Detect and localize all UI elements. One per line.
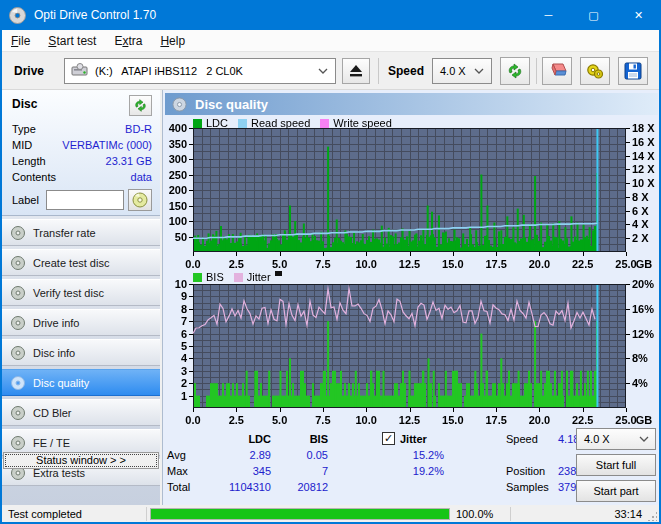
avg-jitter-value: 15.2% bbox=[363, 449, 444, 461]
sidebar-item-verify-test-disc[interactable]: Verify test disc bbox=[2, 279, 160, 306]
max-jitter-value: 19.2% bbox=[363, 465, 444, 477]
sidebar: Disc TypeBD-R MIDVERBATIMc (000) Length2… bbox=[2, 90, 160, 505]
chart1-legend: LDC Read speed Write speed bbox=[193, 117, 402, 129]
start-part-button[interactable]: Start part bbox=[576, 480, 656, 502]
avg-bis-value: 0.05 bbox=[273, 449, 328, 461]
disc-length-row: Length23.31 GB bbox=[12, 155, 152, 167]
test-speed-select[interactable]: 4.0 X bbox=[576, 428, 656, 450]
refresh-icon bbox=[506, 62, 524, 80]
close-button[interactable]: ✕ bbox=[616, 0, 661, 30]
progress-fill bbox=[151, 509, 449, 519]
label-row: Label bbox=[12, 189, 154, 211]
sidebar-item-label: Disc info bbox=[33, 347, 75, 359]
menu-extra[interactable]: Extra bbox=[105, 32, 151, 50]
disc-mid-row: MIDVERBATIMc (000) bbox=[12, 139, 152, 151]
chevron-down-icon bbox=[639, 436, 649, 442]
minimize-button[interactable]: ─ bbox=[526, 0, 571, 30]
avg-row-label: Avg bbox=[167, 449, 207, 461]
jitter-checkbox[interactable]: ✓ bbox=[382, 432, 395, 445]
maximize-button[interactable]: ▢ bbox=[571, 0, 616, 30]
resize-grip[interactable] bbox=[647, 511, 657, 521]
test-speed-value: 4.0 X bbox=[584, 433, 610, 445]
sidebar-item-transfer-rate[interactable]: Transfer rate bbox=[2, 219, 160, 246]
cd-icon bbox=[10, 405, 26, 421]
legend-marker bbox=[275, 271, 282, 276]
cd-icon bbox=[132, 192, 148, 208]
statusbar-separator bbox=[510, 507, 511, 521]
sidebar-item-drive-info[interactable]: Drive info bbox=[2, 309, 160, 336]
bis-jitter-chart bbox=[163, 274, 660, 424]
toolbar-separator bbox=[536, 58, 537, 84]
write-speed-legend-swatch bbox=[320, 119, 329, 128]
label-input[interactable] bbox=[46, 190, 124, 210]
sidebar-item-disc-info[interactable]: Disc info bbox=[2, 339, 160, 366]
label-caption: Label bbox=[12, 194, 39, 206]
toolbar: Drive (K:) ATAPI iHBS112 2 CL0K Speed 4.… bbox=[2, 52, 659, 90]
jitter-legend-swatch bbox=[234, 273, 243, 282]
drive-select[interactable]: (K:) ATAPI iHBS112 2 CL0K bbox=[64, 58, 336, 84]
bis-legend-swatch bbox=[193, 273, 202, 282]
drive-value: (K:) ATAPI iHBS112 2 CL0K bbox=[95, 65, 243, 77]
cd-icon bbox=[10, 285, 26, 301]
refresh-button[interactable] bbox=[500, 57, 530, 85]
app-disc-icon bbox=[9, 7, 26, 24]
menu-file[interactable]: File bbox=[2, 32, 39, 50]
chart2-legend: BIS Jitter bbox=[193, 271, 282, 283]
start-full-button[interactable]: Start full bbox=[576, 454, 656, 476]
jitter-legend-label: Jitter bbox=[247, 271, 271, 283]
sidebar-item-cd-bler[interactable]: CD Bler bbox=[2, 399, 160, 426]
ldc-legend-label: LDC bbox=[206, 117, 228, 129]
cd-icon bbox=[10, 375, 26, 391]
toolbar-separator bbox=[378, 58, 379, 84]
sidebar-item-label: Create test disc bbox=[33, 257, 109, 269]
speed-info-label: Speed bbox=[506, 433, 544, 445]
speed-value: 4.0 X bbox=[440, 65, 466, 77]
cd-icon bbox=[10, 435, 26, 451]
bis-column-header: BIS bbox=[273, 433, 328, 445]
total-bis-value: 20812 bbox=[273, 481, 328, 493]
status-window-button[interactable]: Status window > > bbox=[3, 452, 159, 469]
total-ldc-value: 1104310 bbox=[203, 481, 271, 493]
disc-contents-row: Contentsdata bbox=[12, 171, 152, 183]
menu-start-test[interactable]: Start test bbox=[39, 32, 105, 50]
progress-bar bbox=[150, 508, 450, 520]
main-panel: Disc quality LDC Read speed Write speed … bbox=[162, 90, 659, 505]
jitter-column-header: ✓ Jitter bbox=[382, 432, 427, 445]
avg-ldc-value: 2.89 bbox=[203, 449, 271, 461]
read-speed-legend-swatch bbox=[238, 119, 247, 128]
app-window: Opti Drive Control 1.70 ─ ▢ ✕ File Start… bbox=[0, 0, 661, 524]
sidebar-item-disc-quality[interactable]: Disc quality bbox=[2, 369, 160, 396]
sidebar-item-label: Transfer rate bbox=[33, 227, 96, 239]
save-icon bbox=[624, 62, 642, 80]
gears-icon bbox=[585, 62, 605, 80]
elapsed-time: 33:14 bbox=[562, 508, 642, 520]
menu-help[interactable]: Help bbox=[151, 32, 194, 50]
disc-length-value: 23.31 GB bbox=[106, 155, 152, 167]
chevron-down-icon bbox=[318, 68, 328, 74]
sidebar-item-create-test-disc[interactable]: Create test disc bbox=[2, 249, 160, 276]
sidebar-item-label: Verify test disc bbox=[33, 287, 104, 299]
cd-icon bbox=[10, 225, 26, 241]
save-button[interactable] bbox=[618, 57, 648, 85]
panel-title: Disc quality bbox=[195, 97, 268, 112]
max-bis-value: 7 bbox=[273, 465, 328, 477]
disc-info-panel: Disc TypeBD-R MIDVERBATIMc (000) Length2… bbox=[2, 90, 160, 216]
disc-quality-icon bbox=[172, 97, 187, 112]
eject-button[interactable] bbox=[342, 58, 370, 84]
settings-button[interactable] bbox=[580, 57, 610, 85]
read-speed-legend-label: Read speed bbox=[251, 117, 310, 129]
status-bar: Test completed 100.0% 33:14 bbox=[2, 506, 659, 522]
menu-bar: File Start test Extra Help bbox=[2, 30, 659, 52]
write-label-button[interactable] bbox=[128, 189, 152, 211]
disc-panel-title: Disc bbox=[12, 97, 37, 111]
speed-label: Speed bbox=[388, 64, 424, 78]
erase-disc-button[interactable] bbox=[542, 57, 572, 85]
speed-select[interactable]: 4.0 X bbox=[432, 58, 492, 84]
cd-icon bbox=[10, 315, 26, 331]
disc-refresh-button[interactable] bbox=[129, 95, 152, 116]
total-row-label: Total bbox=[167, 481, 207, 493]
sidebar-item-label: Disc quality bbox=[33, 377, 89, 389]
cd-icon bbox=[10, 345, 26, 361]
progress-percent: 100.0% bbox=[456, 508, 493, 520]
ldc-read-speed-chart bbox=[163, 118, 660, 268]
